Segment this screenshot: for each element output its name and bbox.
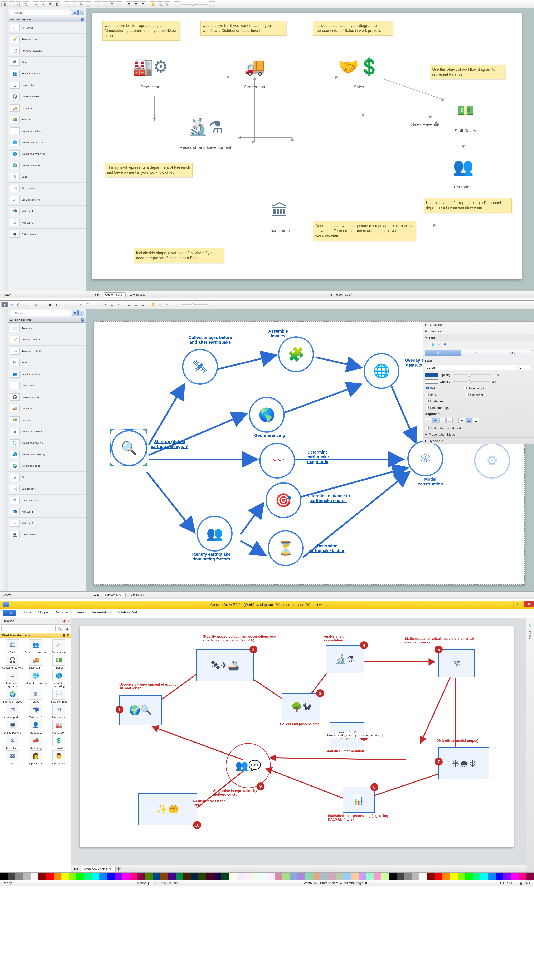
layout-3[interactable]: ⊡ — [140, 302, 146, 307]
pointer-tool[interactable]: ▣ — [2, 302, 8, 307]
library-item[interactable]: 🖥Information systems — [8, 125, 86, 137]
library-item[interactable]: 📄Sale contract — [8, 183, 86, 194]
ellipse-tool[interactable]: ◯ — [16, 302, 22, 307]
align-center[interactable]: ≣ — [432, 418, 438, 423]
color-swatch[interactable] — [465, 873, 473, 880]
color-swatch[interactable] — [168, 873, 175, 880]
cb-sub[interactable]: Subscript — [465, 393, 483, 396]
wf-node-2[interactable]: 🛰✈🚢2 — [196, 649, 253, 681]
color-swatch[interactable] — [336, 873, 343, 880]
opacity-slider-2[interactable] — [453, 381, 490, 382]
color-swatch[interactable] — [298, 873, 305, 880]
arrow-tool-2[interactable]: ↓ — [71, 302, 77, 307]
connector-tool[interactable]: ↘ — [32, 302, 39, 307]
hand-tool[interactable]: ✋ — [150, 302, 156, 307]
reload-button[interactable]: 🔍 — [78, 310, 84, 316]
zoom-select[interactable]: Custom 80% — [104, 292, 125, 297]
library-item[interactable]: ✉Mailroom 2 — [8, 217, 86, 229]
eyedropper-tool[interactable]: ✎ — [164, 2, 170, 7]
tab-next[interactable]: ▶ — [77, 867, 79, 871]
color-swatch[interactable] — [236, 873, 244, 880]
library-item[interactable]: 📬Mailroom 1 — [8, 205, 86, 217]
layout-tool-1[interactable]: ⊞ — [126, 2, 132, 7]
canvas-3[interactable]: 🌍🔍1 Geophysical environment of ground, a… — [71, 618, 526, 872]
canvas[interactable]: Use this symbol for representing a Manuf… — [86, 8, 534, 291]
zoom-tool[interactable]: 🔍 — [157, 2, 163, 7]
wf-node-1[interactable]: 🌍🔍1 — [119, 695, 162, 725]
color-swatch[interactable] — [175, 873, 183, 880]
align-left[interactable]: ≡ — [425, 418, 431, 423]
node-assemble[interactable]: 🧩Assemble images — [278, 336, 314, 372]
library-item[interactable]: 🌎International marketing — [8, 449, 86, 460]
selection-handles[interactable] — [110, 430, 147, 466]
color-swatch[interactable] — [389, 873, 397, 880]
font-size[interactable] — [519, 365, 531, 370]
color-swatch[interactable] — [153, 873, 160, 880]
reload-button[interactable]: 🔍 — [78, 10, 84, 16]
library-item[interactable]: 💵Finance — [48, 655, 70, 669]
color-swatch[interactable] — [137, 873, 145, 880]
library-item[interactable]: 🏭Production — [48, 719, 70, 734]
node-lasting[interactable]: ⏳Determine earthquake lasting — [268, 530, 303, 566]
color-swatch[interactable] — [160, 873, 168, 880]
color-swatch[interactable] — [473, 873, 481, 880]
zoom-out[interactable]: − — [174, 2, 180, 7]
node-partial[interactable]: ⚙ — [474, 443, 510, 479]
color-swatch[interactable] — [214, 873, 221, 880]
color-swatch[interactable] — [412, 873, 420, 880]
font-icon[interactable]: A — [443, 342, 446, 347]
cb-underline[interactable]: Underline — [425, 399, 443, 403]
lib-search-3[interactable] — [2, 626, 56, 632]
color-swatch[interactable] — [244, 873, 252, 880]
menu-presentation[interactable]: Presentation — [91, 610, 110, 616]
layout-1[interactable]: ⊞ — [126, 302, 132, 307]
library-item[interactable]: 🎧Customer service — [8, 391, 86, 403]
color-swatch[interactable] — [496, 873, 504, 880]
library-item[interactable]: 🚚Distributi... — [25, 655, 47, 669]
library-header[interactable]: Workflow diagrams × — [8, 317, 86, 323]
phone-shape[interactable]: ☎ — [47, 302, 53, 307]
node-personnel[interactable]: 👥Personnel — [442, 150, 484, 189]
library-item[interactable]: $Sales — [8, 472, 86, 483]
library-item[interactable]: 📬Mailroom 1 — [25, 704, 47, 719]
menu-document[interactable]: Document — [54, 610, 70, 616]
bezier-tool[interactable]: ⤳ — [116, 2, 122, 7]
library-item[interactable]: 📑Accounts receivable — [8, 345, 86, 357]
library-item[interactable]: 🖨Copy center — [8, 80, 86, 91]
node-model[interactable]: ⚛Model construction — [407, 441, 443, 476]
menu-home[interactable]: Home — [22, 610, 32, 616]
library-item[interactable]: 🖨Copy center — [48, 639, 70, 654]
menu-shape[interactable]: Shape — [38, 610, 48, 616]
node-staff-salary[interactable]: 💵Staff Salary — [445, 94, 486, 133]
page-tab[interactable]: Work flow chart (1/1) — [81, 866, 116, 872]
menu-file[interactable]: File — [3, 610, 16, 616]
color-swatch[interactable] — [419, 873, 427, 880]
phone-shape[interactable]: ☎ — [47, 2, 53, 7]
library-item[interactable]: 🌎Internati... marketing — [48, 670, 70, 688]
color-swatch[interactable] — [77, 873, 84, 880]
spline-tool[interactable]: 〜 — [102, 302, 108, 307]
menu-view[interactable]: View — [77, 610, 84, 616]
wf-node-4[interactable]: 🔬⚗4 — [326, 645, 364, 673]
library-item[interactable]: 📬Mailroom 1 — [8, 506, 86, 517]
section-text[interactable]: ▼Text — [423, 334, 534, 341]
arc-tool[interactable]: ⌒ — [95, 2, 101, 7]
color-swatch[interactable] — [267, 873, 275, 880]
node-georef[interactable]: 🌎Georeferencing — [249, 397, 285, 433]
color-swatch[interactable] — [450, 873, 457, 880]
menu-solution-park[interactable]: Solution Park — [117, 610, 138, 616]
color-swatch[interactable] — [290, 873, 298, 880]
library-item[interactable]: 💵Finance — [8, 414, 86, 426]
node-distance[interactable]: 🎯Determine distance to earthquake source — [266, 482, 301, 518]
color-swatch[interactable] — [69, 873, 77, 880]
library-item[interactable]: 🏛Bank — [8, 57, 86, 68]
library-item[interactable]: ⚖Legal departm... — [2, 704, 24, 719]
color-swatch[interactable] — [191, 873, 199, 880]
maximize-button[interactable]: ☐ — [513, 601, 524, 607]
eyedropper-tool[interactable]: ✎ — [164, 302, 170, 307]
section-hypernote[interactable]: ▶Hypernote — [423, 438, 534, 444]
color-swatch[interactable] — [275, 873, 282, 880]
line-tool[interactable]: ╲ — [23, 2, 29, 7]
color-swatch[interactable] — [107, 873, 115, 880]
color-swatch[interactable] — [252, 873, 260, 880]
